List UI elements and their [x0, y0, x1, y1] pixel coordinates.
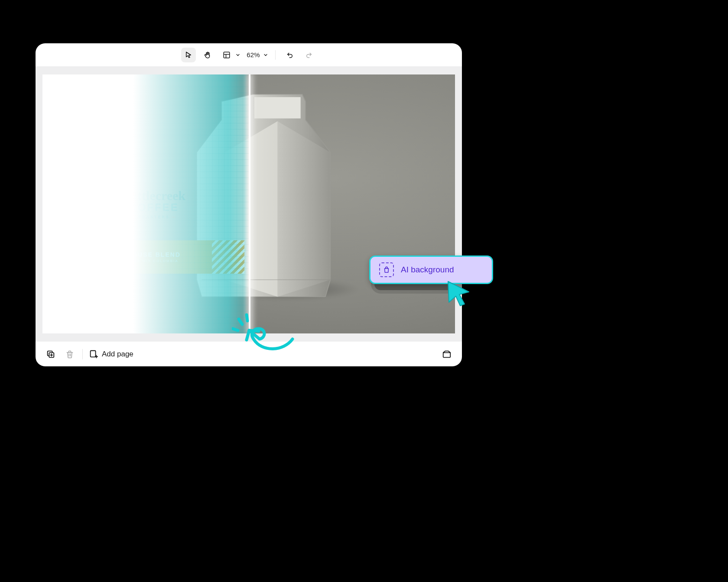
- hand-icon: [204, 51, 211, 59]
- ai-background-button[interactable]: AI background: [369, 255, 493, 284]
- svg-rect-3: [443, 352, 451, 357]
- svg-rect-2: [91, 350, 96, 357]
- brand-main: COFFEE: [75, 201, 232, 213]
- add-page-label: Add page: [102, 350, 133, 359]
- blend-band: HOUSE BLEND FINE MIX COLOMBIA: [63, 240, 245, 274]
- zoom-level: 62%: [245, 51, 262, 58]
- presentation-button[interactable]: [440, 348, 453, 361]
- layout-icon: [223, 51, 231, 59]
- duplicate-icon: [46, 349, 55, 359]
- hand-tool[interactable]: [200, 48, 215, 62]
- layout-dropdown[interactable]: [219, 48, 240, 62]
- pointer-tool[interactable]: [181, 48, 196, 62]
- add-page-button[interactable]: Add page: [89, 349, 133, 359]
- layout-tool[interactable]: [219, 48, 234, 62]
- add-page-icon: [89, 349, 98, 359]
- redo-icon: [305, 51, 313, 59]
- redo-button: [302, 48, 316, 62]
- presentation-icon: [442, 349, 452, 359]
- pointer-icon: [185, 51, 192, 59]
- chevron-down-icon: [235, 52, 240, 58]
- ai-background-layer: AI background: [369, 255, 508, 325]
- bottom-bar: Add page: [36, 341, 462, 366]
- delete-page-button: [63, 348, 76, 361]
- undo-button[interactable]: [283, 48, 297, 62]
- zoom-dropdown[interactable]: 62%: [245, 51, 268, 58]
- blend-name: HOUSE BLEND: [127, 251, 181, 258]
- ai-background-icon-box: [379, 262, 394, 277]
- trash-icon: [65, 350, 74, 359]
- brand-script: Battlecreek: [75, 188, 232, 203]
- bottombar-divider: [82, 349, 83, 359]
- cursor-icon: [445, 280, 471, 307]
- ai-background-label: AI background: [401, 265, 454, 275]
- svg-rect-0: [224, 52, 230, 58]
- top-toolbar: 62%: [36, 43, 462, 67]
- duplicate-page-button[interactable]: [44, 348, 57, 361]
- brand-sub: ROASTERS: [75, 215, 232, 219]
- shopping-bag-icon: [383, 266, 390, 274]
- stripes-left: [63, 240, 96, 274]
- stripes-right: [212, 240, 244, 274]
- toolbar-divider: [275, 50, 276, 60]
- chevron-down-icon: [263, 52, 268, 58]
- blend-mid: HOUSE BLEND FINE MIX COLOMBIA: [96, 240, 212, 274]
- bag-label: Battlecreek COFFEE ROASTERS: [75, 188, 232, 219]
- undo-icon: [286, 51, 294, 59]
- blend-sub: FINE MIX COLOMBIA: [129, 259, 178, 263]
